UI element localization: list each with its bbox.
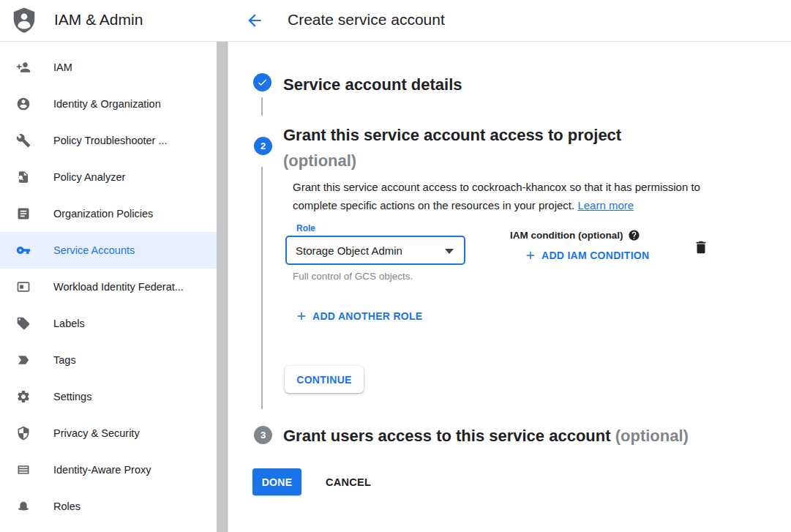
gear-icon (16, 389, 31, 404)
product-title: IAM & Admin (54, 11, 143, 29)
add-iam-condition-label: ADD IAM CONDITION (541, 250, 649, 261)
sidebar: IAM Identity & Organization Policy Troub… (0, 42, 217, 532)
step2-title-text: Grant this service account access to pro… (283, 122, 737, 148)
sidebar-item-label: Settings (53, 391, 91, 402)
sidebar-item-label: Identity & Organization (53, 98, 161, 110)
add-another-role-label: ADD ANOTHER ROLE (312, 310, 423, 322)
wrench-icon (16, 133, 31, 148)
account-circle-icon (16, 97, 31, 111)
sidebar-item-tags[interactable]: Tags (0, 342, 217, 378)
create-service-account-page: IAM & Admin Create service account IAM I… (0, 0, 791, 532)
chevron-down-icon (445, 249, 454, 254)
step-connector (261, 167, 263, 409)
sidebar-item-policy-troubleshooter[interactable]: Policy Troubleshooter ... (0, 122, 217, 159)
sidebar-item-settings[interactable]: Settings (0, 378, 217, 415)
iam-condition-label: IAM condition (optional) (510, 229, 640, 241)
step2-title-optional: (optional) (283, 148, 737, 173)
arrow-back-icon[interactable] (245, 11, 264, 30)
step2-badge: 2 (254, 137, 272, 155)
person-add-icon (16, 60, 31, 75)
sidebar-item-policy-analyzer[interactable]: Policy Analyzer (0, 159, 217, 195)
step-connector (261, 97, 263, 116)
plus-icon (524, 249, 537, 262)
app-header: IAM & Admin Create service account (0, 0, 791, 42)
add-another-role-button[interactable]: ADD ANOTHER ROLE (295, 310, 423, 323)
shield-half-icon (16, 426, 31, 441)
step3-title: Grant users access to this service accou… (283, 423, 781, 449)
role-helper-text: Full control of GCS objects. (293, 271, 413, 282)
sidebar-item-service-accounts[interactable]: Service Accounts (0, 232, 217, 269)
plus-icon (295, 310, 308, 323)
sidebar-scrollbar-thumb[interactable] (217, 42, 228, 532)
sidebar-item-label: Identity-Aware Proxy (53, 464, 151, 476)
continue-button[interactable]: CONTINUE (285, 366, 364, 393)
sidebar-item-label: Policy Troubleshooter ... (53, 135, 168, 146)
tag-arrow-icon (16, 353, 31, 367)
step3-number: 3 (260, 430, 266, 441)
badge-card-icon (16, 280, 31, 294)
iam-admin-shield-person-icon (10, 7, 38, 34)
step2-number: 2 (260, 141, 266, 151)
sidebar-item-identity-aware-proxy[interactable]: Identity-Aware Proxy (0, 452, 217, 488)
step2-title: Grant this service account access to pro… (283, 122, 737, 173)
step2-description: Grant this service account access to coc… (293, 178, 721, 214)
sidebar-item-identity-organization[interactable]: Identity & Organization (0, 86, 217, 122)
step1-complete-badge (253, 73, 271, 91)
page-title: Create service account (288, 11, 445, 29)
sidebar-item-label: Policy Analyzer (53, 171, 125, 183)
service-account-key-icon (16, 243, 31, 258)
step3-badge: 3 (254, 426, 272, 444)
sidebar-item-label: Organization Policies (53, 208, 153, 220)
sidebar-item-labels[interactable]: Labels (0, 305, 217, 342)
step2-description-text: Grant this service account access to coc… (293, 181, 700, 211)
sidebar-item-organization-policies[interactable]: Organization Policies (0, 195, 217, 232)
cancel-button[interactable]: CANCEL (326, 468, 371, 495)
sidebar-item-label: Privacy & Security (53, 427, 140, 439)
sidebar-item-label: IAM (53, 61, 72, 73)
step1-title: Service account details (283, 72, 462, 97)
sidebar-item-label: Tags (53, 354, 76, 366)
document-search-icon (16, 170, 31, 184)
sidebar-content-divider (228, 0, 228, 532)
step3-title-text: Grant users access to this service accou… (283, 427, 611, 445)
sidebar-item-privacy-security[interactable]: Privacy & Security (0, 415, 217, 452)
sidebar-item-label: Labels (53, 318, 85, 329)
role-select[interactable]: Storage Object Admin (285, 236, 465, 265)
proxy-stripes-icon (16, 462, 31, 477)
sidebar-item-label: Roles (53, 501, 80, 512)
check-icon (257, 77, 268, 88)
role-field-label: Role (293, 223, 319, 233)
label-tag-icon (16, 316, 31, 331)
role-select-value: Storage Object Admin (296, 244, 402, 257)
sidebar-item-roles[interactable]: Roles (0, 488, 217, 525)
step3-title-optional: (optional) (615, 427, 689, 445)
sidebar-item-label: Service Accounts (53, 244, 135, 256)
add-iam-condition-button[interactable]: ADD IAM CONDITION (524, 249, 649, 262)
trash-icon[interactable] (693, 239, 709, 255)
document-lines-icon (16, 206, 31, 221)
help-icon[interactable] (628, 229, 640, 241)
sidebar-item-workload-identity-federation[interactable]: Workload Identity Federat... (0, 269, 217, 305)
learn-more-link[interactable]: Learn more (577, 199, 634, 211)
sidebar-item-iam[interactable]: IAM (0, 49, 217, 86)
iam-condition-label-text: IAM condition (optional) (510, 230, 623, 241)
hat-icon (16, 499, 31, 514)
done-button[interactable]: DONE (252, 468, 301, 495)
sidebar-item-label: Workload Identity Federat... (53, 281, 184, 293)
sidebar-scrollbar-track (217, 42, 228, 532)
